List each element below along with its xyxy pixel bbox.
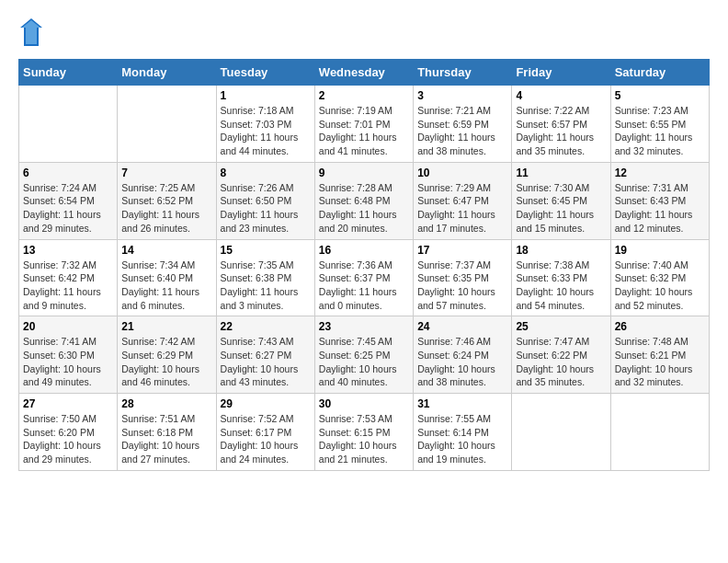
calendar-cell: 28Sunrise: 7:51 AM Sunset: 6:18 PM Dayli… [118, 394, 216, 471]
day-info: Sunrise: 7:22 AM Sunset: 6:57 PM Dayligh… [516, 104, 606, 158]
col-header-friday: Friday [512, 60, 610, 86]
calendar-cell: 23Sunrise: 7:45 AM Sunset: 6:25 PM Dayli… [314, 316, 413, 394]
calendar-cell: 25Sunrise: 7:47 AM Sunset: 6:22 PM Dayli… [512, 316, 610, 394]
day-info: Sunrise: 7:24 AM Sunset: 6:54 PM Dayligh… [23, 181, 113, 236]
col-header-tuesday: Tuesday [216, 60, 314, 86]
day-number: 1 [221, 89, 311, 102]
day-number: 14 [121, 244, 211, 257]
calendar-cell: 16Sunrise: 7:36 AM Sunset: 6:37 PM Dayli… [314, 239, 413, 316]
day-info: Sunrise: 7:41 AM Sunset: 6:30 PM Dayligh… [23, 335, 113, 389]
day-number: 2 [319, 89, 409, 102]
page-header [18, 18, 710, 50]
col-header-monday: Monday [118, 60, 216, 86]
calendar-week-row: 13Sunrise: 7:32 AM Sunset: 6:42 PM Dayli… [19, 239, 710, 316]
day-info: Sunrise: 7:28 AM Sunset: 6:48 PM Dayligh… [319, 181, 409, 236]
day-number: 17 [417, 244, 507, 257]
day-info: Sunrise: 7:43 AM Sunset: 6:27 PM Dayligh… [221, 335, 311, 389]
calendar-cell: 26Sunrise: 7:48 AM Sunset: 6:21 PM Dayli… [610, 316, 709, 394]
calendar-cell: 3Sunrise: 7:21 AM Sunset: 6:59 PM Daylig… [414, 86, 512, 163]
day-number: 8 [221, 167, 311, 179]
day-number: 9 [319, 167, 409, 179]
day-info: Sunrise: 7:29 AM Sunset: 6:47 PM Dayligh… [417, 181, 507, 236]
calendar-cell: 24Sunrise: 7:46 AM Sunset: 6:24 PM Dayli… [414, 316, 512, 394]
calendar-cell: 17Sunrise: 7:37 AM Sunset: 6:35 PM Dayli… [414, 239, 512, 316]
calendar-header-row: SundayMondayTuesdayWednesdayThursdayFrid… [19, 60, 710, 86]
calendar-cell: 27Sunrise: 7:50 AM Sunset: 6:20 PM Dayli… [19, 394, 118, 471]
day-number: 22 [221, 320, 311, 333]
calendar-cell: 13Sunrise: 7:32 AM Sunset: 6:42 PM Dayli… [19, 239, 118, 316]
day-number: 10 [417, 167, 507, 179]
day-number: 3 [417, 89, 507, 102]
day-info: Sunrise: 7:48 AM Sunset: 6:21 PM Dayligh… [615, 335, 705, 389]
day-info: Sunrise: 7:47 AM Sunset: 6:22 PM Dayligh… [516, 335, 606, 389]
calendar-week-row: 20Sunrise: 7:41 AM Sunset: 6:30 PM Dayli… [19, 316, 710, 394]
calendar-cell: 6Sunrise: 7:24 AM Sunset: 6:54 PM Daylig… [19, 162, 118, 239]
calendar-cell: 1Sunrise: 7:18 AM Sunset: 7:03 PM Daylig… [216, 86, 314, 163]
day-info: Sunrise: 7:38 AM Sunset: 6:33 PM Dayligh… [516, 259, 606, 313]
calendar-cell: 19Sunrise: 7:40 AM Sunset: 6:32 PM Dayli… [610, 239, 709, 316]
calendar-cell: 20Sunrise: 7:41 AM Sunset: 6:30 PM Dayli… [19, 316, 118, 394]
day-info: Sunrise: 7:21 AM Sunset: 6:59 PM Dayligh… [417, 104, 507, 158]
calendar-cell [610, 394, 709, 471]
day-number: 29 [221, 397, 311, 410]
day-number: 13 [23, 244, 113, 257]
col-header-thursday: Thursday [414, 60, 512, 86]
day-info: Sunrise: 7:40 AM Sunset: 6:32 PM Dayligh… [615, 259, 705, 313]
day-info: Sunrise: 7:18 AM Sunset: 7:03 PM Dayligh… [221, 104, 311, 158]
day-info: Sunrise: 7:32 AM Sunset: 6:42 PM Dayligh… [23, 259, 113, 313]
calendar-cell: 12Sunrise: 7:31 AM Sunset: 6:43 PM Dayli… [610, 162, 709, 239]
calendar-week-row: 1Sunrise: 7:18 AM Sunset: 7:03 PM Daylig… [19, 86, 710, 163]
day-number: 11 [516, 167, 606, 179]
day-number: 15 [221, 244, 311, 257]
day-number: 24 [417, 320, 507, 333]
calendar-cell: 30Sunrise: 7:53 AM Sunset: 6:15 PM Dayli… [314, 394, 413, 471]
day-info: Sunrise: 7:52 AM Sunset: 6:17 PM Dayligh… [221, 412, 311, 466]
day-info: Sunrise: 7:51 AM Sunset: 6:18 PM Dayligh… [121, 412, 211, 466]
calendar-cell: 31Sunrise: 7:55 AM Sunset: 6:14 PM Dayli… [414, 394, 512, 471]
day-number: 19 [615, 244, 705, 257]
day-number: 26 [615, 320, 705, 333]
day-info: Sunrise: 7:30 AM Sunset: 6:45 PM Dayligh… [516, 181, 606, 236]
day-number: 30 [319, 397, 409, 410]
day-info: Sunrise: 7:26 AM Sunset: 6:50 PM Dayligh… [221, 181, 311, 236]
day-number: 20 [23, 320, 113, 333]
calendar-cell [512, 394, 610, 471]
logo [18, 18, 42, 50]
calendar-cell: 4Sunrise: 7:22 AM Sunset: 6:57 PM Daylig… [512, 86, 610, 163]
day-number: 21 [121, 320, 211, 333]
day-info: Sunrise: 7:42 AM Sunset: 6:29 PM Dayligh… [121, 335, 211, 389]
calendar-week-row: 27Sunrise: 7:50 AM Sunset: 6:20 PM Dayli… [19, 394, 710, 471]
day-info: Sunrise: 7:53 AM Sunset: 6:15 PM Dayligh… [319, 412, 409, 466]
calendar-cell: 21Sunrise: 7:42 AM Sunset: 6:29 PM Dayli… [118, 316, 216, 394]
day-info: Sunrise: 7:35 AM Sunset: 6:38 PM Dayligh… [221, 259, 311, 313]
day-info: Sunrise: 7:36 AM Sunset: 6:37 PM Dayligh… [319, 259, 409, 313]
calendar-cell: 11Sunrise: 7:30 AM Sunset: 6:45 PM Dayli… [512, 162, 610, 239]
day-info: Sunrise: 7:25 AM Sunset: 6:52 PM Dayligh… [121, 181, 211, 236]
logo-icon [20, 18, 42, 50]
col-header-sunday: Sunday [19, 60, 118, 86]
day-number: 7 [121, 167, 211, 179]
day-number: 27 [23, 397, 113, 410]
day-number: 31 [417, 397, 507, 410]
calendar-cell: 22Sunrise: 7:43 AM Sunset: 6:27 PM Dayli… [216, 316, 314, 394]
day-number: 4 [516, 89, 606, 102]
calendar-week-row: 6Sunrise: 7:24 AM Sunset: 6:54 PM Daylig… [19, 162, 710, 239]
calendar-cell [19, 86, 118, 163]
calendar-cell: 18Sunrise: 7:38 AM Sunset: 6:33 PM Dayli… [512, 239, 610, 316]
col-header-saturday: Saturday [610, 60, 709, 86]
day-info: Sunrise: 7:46 AM Sunset: 6:24 PM Dayligh… [417, 335, 507, 389]
day-info: Sunrise: 7:23 AM Sunset: 6:55 PM Dayligh… [615, 104, 705, 158]
day-number: 12 [615, 167, 705, 179]
calendar-cell: 29Sunrise: 7:52 AM Sunset: 6:17 PM Dayli… [216, 394, 314, 471]
calendar-table: SundayMondayTuesdayWednesdayThursdayFrid… [18, 59, 710, 471]
day-number: 5 [615, 89, 705, 102]
day-number: 23 [319, 320, 409, 333]
day-info: Sunrise: 7:19 AM Sunset: 7:01 PM Dayligh… [319, 104, 409, 158]
day-number: 16 [319, 244, 409, 257]
day-number: 6 [23, 167, 113, 179]
calendar-cell: 14Sunrise: 7:34 AM Sunset: 6:40 PM Dayli… [118, 239, 216, 316]
day-info: Sunrise: 7:45 AM Sunset: 6:25 PM Dayligh… [319, 335, 409, 389]
calendar-cell: 15Sunrise: 7:35 AM Sunset: 6:38 PM Dayli… [216, 239, 314, 316]
calendar-cell: 2Sunrise: 7:19 AM Sunset: 7:01 PM Daylig… [314, 86, 413, 163]
day-number: 18 [516, 244, 606, 257]
